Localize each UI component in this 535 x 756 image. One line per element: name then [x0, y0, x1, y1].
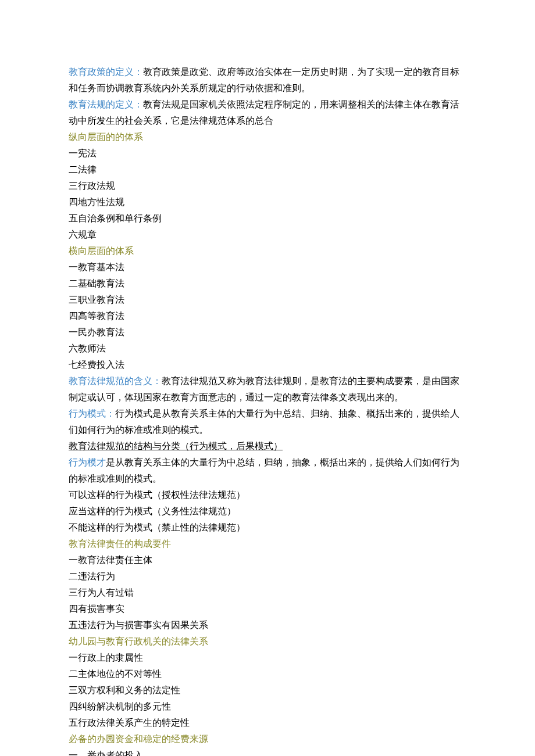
liability-item-4: 四有损害事实: [69, 601, 466, 617]
structure-classification: 教育法律规范的结构与分类（行为模式，后果模式）: [69, 438, 466, 454]
horizontal-item-3: 三职业教育法: [69, 292, 466, 308]
funding-item-1: 一、举办者的投入: [69, 747, 466, 756]
liability-item-2: 二违法行为: [69, 568, 466, 585]
behavior-mode-label: 行为模式：: [69, 409, 115, 418]
mode-type-2: 应当这样的行为模式（义务性法律规范）: [69, 503, 466, 519]
mode-type-3: 不能这样的行为模式（禁止性的法律规范）: [69, 519, 466, 536]
kindergarten-item-4: 四纠纷解决机制的多元性: [69, 698, 466, 715]
regulation-def-label: 教育法规的定义：: [69, 99, 143, 109]
liability-item-3: 三行为人有过错: [69, 585, 466, 601]
regulation-definition: 教育法规的定义：教育法规是国家机关依照法定程序制定的，用来调整相关的法律主体在教…: [69, 96, 466, 129]
kindergarten-relation-title: 幼儿园与教育行政机关的法律关系: [69, 633, 466, 650]
vertical-item-1: 一宪法: [69, 145, 466, 162]
policy-def-label: 教育政策的定义：: [69, 67, 143, 77]
behavior-mode: 行为模式：行为模式是从教育关系主体的大量行为中总结、归纳、抽象、概括出来的，提供…: [69, 406, 466, 438]
vertical-system-title: 纵向层面的的体系: [69, 129, 466, 145]
behavior-talent-label: 行为模才: [69, 457, 106, 467]
funding-sources-title: 必备的办园资金和稳定的经费来源: [69, 731, 466, 747]
legal-norm-label: 教育法律规范的含义：: [69, 376, 162, 386]
vertical-item-4: 四地方性法规: [69, 194, 466, 210]
horizontal-item-6: 六教师法: [69, 341, 466, 357]
kindergarten-item-5: 五行政法律关系产生的特定性: [69, 715, 466, 731]
kindergarten-item-3: 三双方权利和义务的法定性: [69, 682, 466, 698]
behavior-talent: 行为模才是从教育关系主体的大量行为中总结，归纳，抽象，概括出来的，提供给人们如何…: [69, 454, 466, 487]
vertical-item-5: 五自治条例和单行条例: [69, 210, 466, 227]
liability-item-1: 一教育法律责任主体: [69, 552, 466, 568]
horizontal-item-2: 二基础教育法: [69, 275, 466, 292]
policy-definition: 教育政策的定义：教育政策是政党、政府等政治实体在一定历史时期，为了实现一定的教育…: [69, 64, 466, 96]
legal-norm-meaning: 教育法律规范的含义：教育法律规范又称为教育法律规则，是教育法的主要构成要素，是由…: [69, 373, 466, 406]
horizontal-item-1: 一教育基本法: [69, 259, 466, 275]
kindergarten-item-2: 二主体地位的不对等性: [69, 666, 466, 682]
behavior-talent-text: 是从教育关系主体的大量行为中总结，归纳，抽象，概括出来的，提供给人们如何行为的标…: [69, 457, 459, 483]
mode-type-1: 可以这样的行为模式（授权性法律法规范）: [69, 487, 466, 503]
kindergarten-item-1: 一行政上的隶属性: [69, 650, 466, 666]
horizontal-item-4: 四高等教育法: [69, 308, 466, 324]
liability-item-5: 五违法行为与损害事实有因果关系: [69, 617, 466, 633]
horizontal-item-5: 一民办教育法: [69, 324, 466, 341]
vertical-item-3: 三行政法规: [69, 178, 466, 194]
vertical-item-6: 六规章: [69, 227, 466, 243]
vertical-item-2: 二法律: [69, 162, 466, 178]
horizontal-system-title: 横向层面的体系: [69, 243, 466, 259]
behavior-mode-text: 行为模式是从教育关系主体的大量行为中总结、归纳、抽象、概括出来的，提供给人们如何…: [69, 409, 459, 435]
horizontal-item-7: 七经费投入法: [69, 357, 466, 373]
liability-elements-title: 教育法律责任的构成要件: [69, 536, 466, 552]
